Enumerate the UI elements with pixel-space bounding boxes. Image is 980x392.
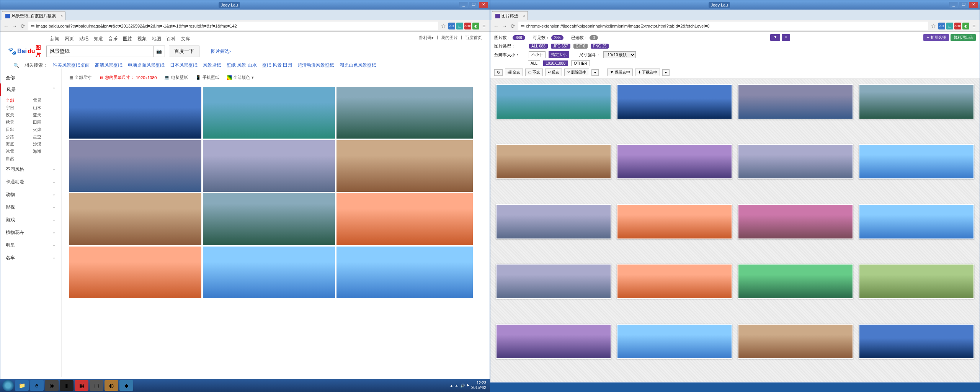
url-field[interactable]: ▭image.baidu.com/i?tn=baiduimage&ipn=r&c… xyxy=(28,22,438,30)
ext-icon[interactable]: ⬚ xyxy=(456,23,463,29)
cat-item[interactable]: 蓝天 xyxy=(33,112,56,118)
cat-item[interactable]: 冰雪 xyxy=(6,149,29,154)
extracted-thumb[interactable] xyxy=(496,324,611,359)
result-thumb[interactable] xyxy=(69,87,201,139)
result-thumb[interactable] xyxy=(336,140,473,192)
reload-icon[interactable]: ⟳ xyxy=(510,23,516,29)
taskbar-app[interactable]: 📁 xyxy=(15,380,29,391)
nav-item[interactable]: 新闻 xyxy=(50,36,59,42)
search-input[interactable] xyxy=(46,46,154,57)
menu-icon[interactable]: ≡ xyxy=(480,23,487,29)
forward-icon[interactable]: → xyxy=(11,23,18,29)
reload-icon[interactable]: ⟳ xyxy=(20,23,26,29)
sidebar-item[interactable]: 动物⌄ xyxy=(0,188,61,201)
select-none-button[interactable]: ▭ 不选 xyxy=(525,69,543,76)
extracted-thumb[interactable] xyxy=(617,204,732,239)
extracted-thumb[interactable] xyxy=(617,324,732,359)
taskbar-app[interactable]: ▦ xyxy=(75,380,88,391)
res2-opt[interactable]: ALL xyxy=(528,60,540,66)
extracted-thumb[interactable] xyxy=(617,84,732,119)
funnel-select[interactable]: 10x10 默认 xyxy=(603,51,636,58)
extracted-thumb[interactable] xyxy=(496,84,611,119)
sidebar-item-scenery[interactable]: 风景⌃ xyxy=(0,83,61,96)
related-link[interactable]: 高清风景壁纸 xyxy=(95,62,122,69)
ext-ad-icon[interactable]: AD xyxy=(448,23,455,29)
filter-all[interactable]: ALL 688 xyxy=(529,44,548,49)
nav-item[interactable]: 音乐 xyxy=(108,36,118,42)
baidu-logo[interactable]: 🐾 Baidu 图片 xyxy=(8,44,46,58)
tab-close-icon[interactable]: × xyxy=(523,14,525,18)
result-thumb[interactable] xyxy=(69,140,201,192)
cat-item[interactable]: 宇宙 xyxy=(6,105,29,111)
filter-png[interactable]: PNG 25 xyxy=(591,44,609,49)
nav-item[interactable]: 贴吧 xyxy=(79,36,88,42)
ext-abp-icon[interactable]: ABP xyxy=(464,23,471,29)
extracted-thumb[interactable] xyxy=(617,144,732,179)
minimize-button[interactable]: _ xyxy=(949,2,958,8)
cat-item[interactable]: 雪景 xyxy=(33,98,56,103)
taskbar-ie[interactable]: e xyxy=(30,380,44,391)
back-icon[interactable]: ← xyxy=(3,23,10,29)
taskbar-chrome[interactable]: ◉ xyxy=(45,380,59,391)
cat-item[interactable]: 自然 xyxy=(6,156,29,162)
result-thumb[interactable] xyxy=(203,193,335,245)
result-thumb[interactable] xyxy=(203,140,335,192)
extracted-thumb[interactable] xyxy=(738,144,853,179)
list-icon-button[interactable]: ≡ xyxy=(782,34,790,41)
sidebar-all[interactable]: 全部 xyxy=(0,72,61,83)
refresh-button[interactable]: ↻ xyxy=(494,69,503,76)
related-link[interactable]: 唯美风景壁纸桌面 xyxy=(53,62,90,69)
sidebar-item[interactable]: 植物花卉⌄ xyxy=(0,226,61,239)
toplink[interactable]: 百度首页 xyxy=(465,35,482,41)
sidebar-item[interactable]: 名车⌄ xyxy=(0,252,61,264)
extracted-thumb[interactable] xyxy=(738,264,853,299)
taskbar-app[interactable]: ⬚ xyxy=(90,380,103,391)
taskbar-app[interactable]: ▮ xyxy=(60,380,74,391)
cat-item[interactable]: 日出 xyxy=(6,127,29,132)
extracted-thumb[interactable] xyxy=(738,204,853,239)
tray-icon[interactable]: 🖧 xyxy=(455,384,459,388)
taskbar-app[interactable]: ◆ xyxy=(119,380,133,391)
sidebar-item[interactable]: 影视⌄ xyxy=(0,201,61,214)
extracted-thumb[interactable] xyxy=(496,264,611,299)
extracted-thumb[interactable] xyxy=(859,204,974,239)
cat-item[interactable]: 星空 xyxy=(33,134,56,140)
nav-item[interactable]: 知道 xyxy=(94,36,103,42)
extracted-thumb[interactable] xyxy=(859,264,974,299)
funnel-icon-button[interactable]: ▼ xyxy=(770,34,780,41)
res2-opt[interactable]: OTHER xyxy=(571,60,590,66)
browser-tab[interactable]: 图片筛选 × xyxy=(492,11,528,20)
bookmark-icon[interactable]: ☆ xyxy=(440,23,447,29)
result-thumb[interactable] xyxy=(69,247,201,298)
tray-icon[interactable]: ▲ xyxy=(449,384,453,388)
taskbar-clock[interactable]: 12:23 2015/4/2 xyxy=(471,381,488,390)
sidebar-item[interactable]: 卡通动漫⌄ xyxy=(0,176,61,188)
ext-icon[interactable]: ⬚ xyxy=(946,23,953,29)
filter-jpg[interactable]: JPG 657 xyxy=(551,44,570,49)
extracted-thumb[interactable] xyxy=(859,324,974,359)
sidebar-item[interactable]: 不同风格⌄ xyxy=(0,163,61,176)
result-thumb[interactable] xyxy=(336,247,473,298)
menu-icon[interactable]: ≡ xyxy=(970,23,977,29)
extracted-thumb[interactable] xyxy=(859,84,974,119)
extracted-thumb[interactable] xyxy=(617,264,732,299)
cat-item[interactable]: 秋天 xyxy=(6,119,29,125)
select-all-button[interactable]: ▦ 全选 xyxy=(505,69,523,76)
dropdown-button[interactable]: ▾ xyxy=(662,69,670,76)
nav-item-active[interactable]: 图片 xyxy=(123,36,132,42)
cat-item[interactable]: 海底 xyxy=(6,141,29,147)
forward-icon[interactable]: → xyxy=(501,23,508,29)
all-size[interactable]: ▦全部尺寸 xyxy=(69,75,91,80)
back-icon[interactable]: ← xyxy=(493,23,500,29)
result-thumb[interactable] xyxy=(203,247,335,298)
tab-close-icon[interactable]: × xyxy=(60,14,63,18)
dropdown-button[interactable]: ▾ xyxy=(591,69,599,76)
result-thumb[interactable] xyxy=(336,87,473,139)
res2-opt-active[interactable]: 1920X1080 xyxy=(543,60,568,66)
extracted-thumb[interactable] xyxy=(496,204,611,239)
search-button[interactable]: 百度一下 xyxy=(169,46,199,57)
ext-icon2[interactable]: ◐ xyxy=(962,23,969,29)
toplink[interactable]: 普利玛▾ xyxy=(419,35,434,41)
cat-item[interactable]: 沙漠 xyxy=(33,141,56,147)
result-thumb[interactable] xyxy=(336,193,473,245)
